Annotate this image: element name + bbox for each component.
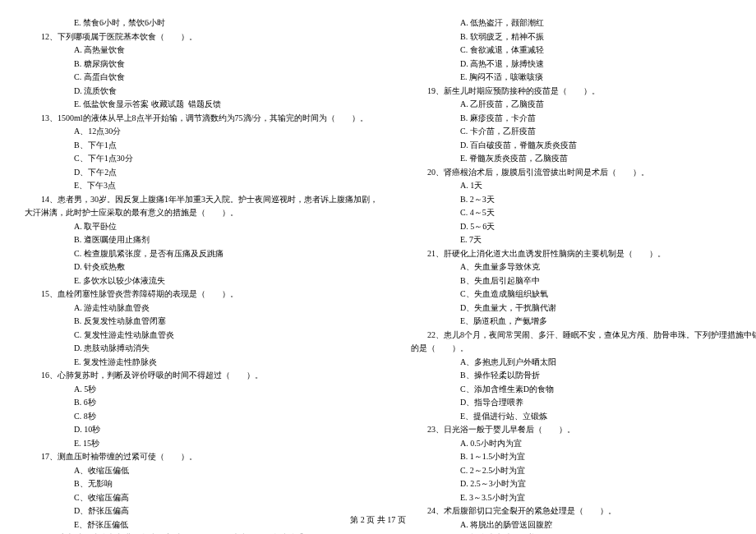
text-line: C. 8秒 [25,410,378,424]
text-line: D. 5～6天 [411,220,756,234]
text-line: D. 百白破疫苗，脊髓灰质炎疫苗 [411,139,756,153]
text-line: 21、肝硬化上消化道大出血诱发肝性脑病的主要机制是（ ）。 [411,247,756,261]
text-line: B、失血后引起脑卒中 [411,274,756,288]
text-line: D. 流质饮食 [25,85,378,99]
text-line: B. 麻疹疫苗，卡介苗 [411,112,756,126]
text-line: C、添加含维生素D的食物 [411,383,756,397]
text-line: 20、肾癌根治术后，腹膜后引流管拔出时间是术后（ ）。 [411,166,756,180]
text-line: E. 脊髓灰质炎疫苗，乙脑疫苗 [411,152,756,166]
text-line: B. 遵医嘱使用止痛剂 [25,233,378,247]
text-line: B. 软弱疲乏，精神不振 [411,30,756,44]
text-line: E. 15秒 [25,437,378,451]
text-line: B. 6秒 [25,396,378,410]
text-line: C. 2～2.5小时为宜 [411,464,756,478]
text-line: E. 胸闷不适，咳嗽咳痰 [411,71,756,85]
text-line: C、失血造成脑组织缺氧 [411,288,756,302]
text-line: E、肠道积血，产氨增多 [411,315,756,329]
text-line: 14、患者男，30岁。因反复上腹痛1年半加重3天入院。护士夜间巡视时，患者诉上腹… [25,193,378,207]
text-line: C. 卡介苗，乙肝疫苗 [411,125,756,139]
text-line: C. 复发性游走性动脉血管炎 [25,329,378,343]
text-line: C、收缩压偏高 [25,491,378,505]
right-column: A. 低热盗汗，颧部潮红B. 软弱疲乏，精神不振C. 食欲减退，体重减轻D. 高… [411,16,756,534]
text-line: E. 多饮水以较少体液流失 [25,274,378,288]
text-line: A. 0.5小时内为宜 [411,437,756,451]
text-line: C. 高蛋白饮食 [25,71,378,85]
text-line: 19、新生儿时期应预防接种的疫苗是（ ）。 [411,85,756,99]
text-line: E. 低盐饮食显示答案 收藏试题 错题反馈 [25,98,378,112]
text-line: B. 糖尿病饮食 [25,58,378,71]
text-line: 15、血栓闭塞性脉管炎营养障碍期的表现是（ ）。 [25,288,378,302]
text-line: 13、1500ml的液体从早上8点半开始输，调节滴数约为75滴/分，其输完的时间… [25,112,378,126]
text-line: D. 高热不退，脉搏快速 [411,58,756,71]
text-line: C. 4～5天 [411,206,756,220]
text-line: A、多抱患儿到户外晒太阳 [411,356,756,370]
text-line: A. 高热量饮食 [25,44,378,58]
text-line: A. 游走性动脉血管炎 [25,302,378,315]
text-line: A、收缩压偏低 [25,464,378,478]
text-line: A、12点30分 [25,125,378,139]
text-line: 12、下列哪项属于医院基本饮食（ ）。 [25,30,378,44]
text-line: E. 复发性游走性静脉炎 [25,356,378,370]
text-line: 16、心肺复苏时，判断及评价呼吸的时间不得超过（ ）。 [25,369,378,383]
page-footer: 第 2 页 共 17 页 [0,514,756,526]
text-line: D. 10秒 [25,423,378,437]
text-line: B. 2～3天 [411,193,756,207]
text-line: E. 3～3.5小时为宜 [411,491,756,505]
text-line: 17、测血压时袖带缠的过紧可使（ ）。 [25,450,378,464]
text-line: B. 反复发性动脉血管闭塞 [25,315,378,329]
text-line: C. 食欲减退，体重减轻 [411,44,756,58]
text-line: D. 患肢动脉搏动消失 [25,342,378,356]
text-line: E. 禁食6小时，禁饮6小时 [25,16,378,30]
text-line: 大汗淋漓，此时护士应采取的最有意义的措施是（ ）。 [25,206,378,220]
text-line: A、失血量多导致休克 [411,260,756,274]
text-line: A. 1天 [411,179,756,193]
text-line: A. 5秒 [25,383,378,397]
text-line: E. 7天 [411,233,756,247]
text-line: A. 低热盗汗，颧部潮红 [411,16,756,30]
text-line: D、指导合理喂养 [411,396,756,410]
text-line: 23、日光浴一般于婴儿早餐后（ ）。 [411,423,756,437]
text-line: B、无影响 [25,477,378,491]
text-line: 的是（ ）。 [411,342,756,356]
text-line: D. 针灸或热敷 [25,260,378,274]
left-column: E. 禁食6小时，禁饮6小时12、下列哪项属于医院基本饮食（ ）。A. 高热量饮… [25,16,378,534]
text-line: A. 乙肝疫苗，乙脑疫苗 [411,98,756,112]
text-line: B. 1～1.5小时为宜 [411,450,756,464]
exam-page: E. 禁食6小时，禁饮6小时12、下列哪项属于医院基本饮食（ ）。A. 高热量饮… [0,0,756,534]
text-line: B、下午1点 [25,139,378,153]
text-line: 22、患儿8个月，夜间常哭闹、多汗、睡眠不安，查体见方颅、肋骨串珠。下列护理措施… [411,329,756,343]
text-line: B、操作轻柔以防骨折 [411,369,756,383]
text-line: D、失血量大，干扰脑代谢 [411,302,756,315]
text-line: C、下午1点30分 [25,152,378,166]
text-line: E、提倡进行站、立锻炼 [411,410,756,424]
text-line: A. 取平卧位 [25,220,378,234]
text-line: E、下午3点 [25,179,378,193]
text-line: D. 2.5～3小时为宜 [411,477,756,491]
text-line: C. 检查腹肌紧张度，是否有压痛及反跳痛 [25,247,378,261]
text-line: D、下午2点 [25,166,378,180]
